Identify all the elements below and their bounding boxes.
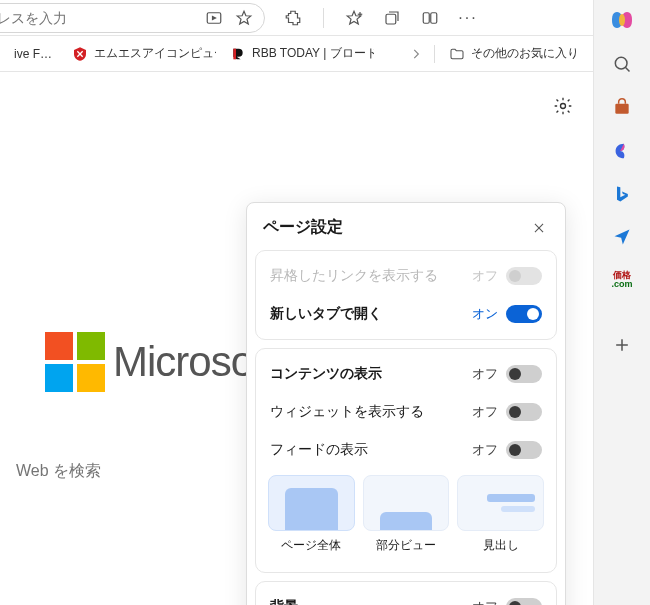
toggle-background[interactable]: [506, 598, 542, 605]
settings-card-content: コンテンツの表示 オフ ウィジェットを表示する オフ フィードの表示 オフ: [255, 348, 557, 573]
setting-state: オン: [472, 305, 498, 323]
add-icon[interactable]: [610, 334, 634, 355]
svg-rect-12: [615, 104, 628, 114]
close-icon[interactable]: [529, 218, 549, 238]
panel-title: ページ設定: [263, 217, 343, 238]
setting-label: 新しいタブで開く: [270, 305, 472, 323]
other-favorites[interactable]: その他のお気に入り: [443, 41, 585, 66]
gear-icon[interactable]: [553, 96, 573, 116]
kakaku-icon[interactable]: 価格 .com: [610, 269, 634, 290]
settings-card-background: 背景 オフ 背景の編集: [255, 581, 557, 605]
setting-label: 背景: [270, 598, 472, 605]
separator: [434, 45, 435, 63]
layout-options: ページ全体 部分ビュー 見出し: [256, 469, 556, 566]
setting-label: 昇格したリンクを表示する: [270, 267, 472, 285]
layout-thumb-icon: [457, 475, 544, 531]
search-icon[interactable]: [610, 54, 634, 75]
svg-rect-8: [431, 12, 437, 23]
setting-label: コンテンツの表示: [270, 365, 472, 383]
browser-toolbar: ···: [0, 0, 650, 36]
setting-label: フィードの表示: [270, 441, 472, 459]
panel-header: ページ設定: [247, 203, 565, 250]
send-icon[interactable]: [610, 226, 634, 247]
setting-open-new-tab: 新しいタブで開く オン: [256, 295, 556, 333]
setting-show-widget: ウィジェットを表示する オフ: [256, 393, 556, 431]
setting-promoted-links: 昇格したリンクを表示する オフ: [256, 257, 556, 295]
layout-option-headlines[interactable]: 見出し: [457, 475, 544, 554]
setting-state: オフ: [472, 441, 498, 459]
favorites-icon[interactable]: [344, 8, 364, 28]
setting-background: 背景 オフ: [256, 588, 556, 605]
edge-sidebar: 価格 .com: [593, 0, 650, 605]
svg-marker-3: [347, 11, 361, 24]
setting-state: オフ: [472, 267, 498, 285]
bookmark-label: RBB TODAY | ブロード…: [252, 45, 374, 62]
toggle-show-widget[interactable]: [506, 403, 542, 421]
setting-show-feed: フィードの表示 オフ: [256, 431, 556, 469]
layout-thumb-icon: [268, 475, 355, 531]
app-icon[interactable]: [610, 140, 634, 162]
toggle-content-display[interactable]: [506, 365, 542, 383]
svg-rect-7: [423, 12, 429, 23]
layout-thumb-icon: [363, 475, 450, 531]
layout-label: 見出し: [483, 538, 519, 552]
bookmark-label: ive F…: [14, 47, 52, 61]
toolbar-actions: ···: [283, 8, 484, 28]
extensions-icon[interactable]: [283, 8, 303, 28]
toggle-open-new-tab[interactable]: [506, 305, 542, 323]
microsoft-logo-text: Microso: [113, 338, 253, 386]
svg-rect-6: [386, 14, 396, 24]
favorite-star-icon[interactable]: [234, 8, 254, 28]
split-screen-icon[interactable]: [420, 8, 440, 28]
bookmark-label: その他のお気に入り: [471, 45, 579, 62]
web-search[interactable]: [0, 452, 240, 490]
chevron-right-icon[interactable]: [406, 44, 426, 64]
bookmark-favicon-icon: [230, 46, 246, 62]
bookmark-item[interactable]: エムエスアイコンピュータ…: [66, 41, 216, 66]
bookmark-label: エムエスアイコンピュータ…: [94, 45, 216, 62]
settings-card-links: 昇格したリンクを表示する オフ 新しいタブで開く オン: [255, 250, 557, 340]
more-icon[interactable]: ···: [458, 8, 478, 28]
setting-label: ウィジェットを表示する: [270, 403, 472, 421]
toggle-show-feed[interactable]: [506, 441, 542, 459]
setting-state: オフ: [472, 365, 498, 383]
bookmark-item[interactable]: RBB TODAY | ブロード…: [224, 41, 374, 66]
shopping-icon[interactable]: [610, 97, 634, 118]
setting-state: オフ: [472, 598, 498, 605]
layout-option-partial[interactable]: 部分ビュー: [363, 475, 450, 554]
layout-label: ページ全体: [281, 538, 341, 552]
page-settings-panel: ページ設定 昇格したリンクを表示する オフ 新しいタブで開く オン: [246, 202, 566, 605]
web-search-input[interactable]: [16, 462, 224, 480]
setting-state: オフ: [472, 403, 498, 421]
bing-icon[interactable]: [610, 184, 634, 205]
toolbar-separator: [323, 8, 324, 28]
svg-marker-2: [237, 11, 251, 24]
microsoft-logo-icon: [45, 332, 105, 392]
bookmark-item[interactable]: ive F…: [8, 43, 58, 65]
panel-body[interactable]: 昇格したリンクを表示する オフ 新しいタブで開く オン コンテンツの表示 オフ: [247, 250, 565, 605]
bookmarks-bar: ive F… エムエスアイコンピュータ… RBB TODAY | ブロード… そ…: [0, 36, 593, 72]
setting-content-display: コンテンツの表示 オフ: [256, 355, 556, 393]
reading-mode-icon[interactable]: [204, 8, 224, 28]
microsoft-logo: Microso: [45, 332, 253, 392]
collections-icon[interactable]: [382, 8, 402, 28]
folder-icon: [449, 46, 465, 62]
copilot-icon[interactable]: [610, 8, 634, 32]
svg-point-15: [561, 104, 566, 109]
svg-rect-9: [233, 48, 236, 59]
address-input[interactable]: [0, 10, 204, 26]
bookmark-favicon-icon: [72, 46, 88, 62]
svg-line-11: [625, 68, 629, 72]
svg-marker-1: [213, 16, 216, 19]
layout-option-full[interactable]: ページ全体: [268, 475, 355, 554]
layout-label: 部分ビュー: [376, 538, 436, 552]
svg-point-10: [615, 58, 627, 70]
new-tab-page: Microso ページ設定 昇格したリンクを表示する オフ 新しいタブで開く オ…: [0, 72, 593, 605]
address-bar[interactable]: [0, 3, 265, 33]
toggle-promoted-links: [506, 267, 542, 285]
